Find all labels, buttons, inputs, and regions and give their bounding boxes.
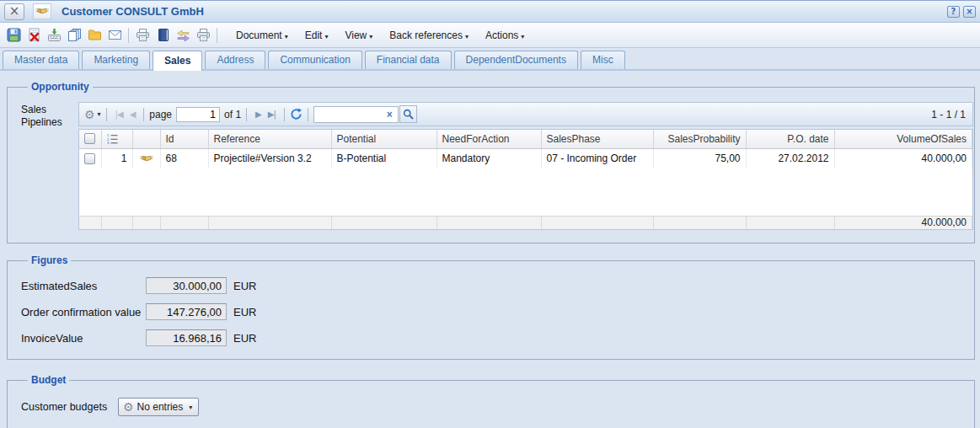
page-number-input[interactable] bbox=[176, 107, 220, 122]
save-icon[interactable] bbox=[3, 25, 24, 45]
menu-document[interactable]: Document▾ bbox=[229, 27, 295, 44]
footer-total-volumeofsales: 40.000,00 bbox=[834, 216, 972, 229]
select-all-cell bbox=[79, 130, 101, 148]
cell-needforaction[interactable]: Mandatory bbox=[436, 148, 541, 169]
window-close-icon[interactable]: × bbox=[4, 3, 24, 20]
column-header-po-date[interactable]: P.O. date bbox=[746, 130, 834, 148]
tab-master-data[interactable]: Master data bbox=[3, 51, 79, 69]
menu-back-references[interactable]: Back references▾ bbox=[383, 27, 475, 44]
main-toolbar: Document▾ Edit▾ View▾ Back references▾ A… bbox=[0, 23, 980, 48]
icon-column-header bbox=[132, 130, 160, 148]
toolbar-separator bbox=[284, 108, 285, 121]
currency-label: EUR bbox=[233, 332, 256, 345]
invoicevalue-field[interactable] bbox=[146, 329, 227, 346]
print-preview-icon[interactable] bbox=[193, 25, 213, 45]
gear-icon: ⚙ bbox=[123, 401, 134, 413]
toolbar-separator bbox=[217, 28, 217, 43]
tab-communication[interactable]: Communication bbox=[268, 51, 361, 69]
sales-pipelines-label: Sales Pipelines bbox=[21, 102, 78, 230]
toolbar-separator bbox=[128, 28, 129, 43]
clear-search-icon[interactable]: × bbox=[383, 109, 396, 120]
first-page-button[interactable]: |◀ bbox=[112, 110, 126, 119]
journal-icon[interactable] bbox=[153, 25, 173, 45]
cell-id[interactable]: 68 bbox=[160, 148, 208, 169]
help-icon[interactable]: ? bbox=[947, 6, 960, 18]
search-icon[interactable] bbox=[399, 105, 417, 123]
print-icon[interactable] bbox=[132, 25, 153, 45]
row-number-header[interactable]: 1 2 3 bbox=[101, 130, 132, 148]
copy-icon[interactable] bbox=[64, 25, 84, 45]
tab-address[interactable]: Address bbox=[205, 51, 265, 69]
currency-label: EUR bbox=[233, 306, 256, 318]
tab-financial-data[interactable]: Financial data bbox=[365, 51, 452, 69]
table-row[interactable]: 1 68 Projectile#Version 3.2 bbox=[79, 148, 972, 169]
refresh-icon[interactable] bbox=[290, 108, 303, 120]
column-header-salesphase[interactable]: SalesPhase bbox=[541, 130, 653, 148]
cell-volumeofsales[interactable]: 40.000,00 bbox=[834, 148, 972, 169]
handshake-icon bbox=[33, 3, 51, 19]
chevron-down-icon: ▾ bbox=[465, 33, 469, 40]
prev-page-button[interactable]: ◀ bbox=[126, 110, 139, 119]
page-label: page bbox=[149, 109, 172, 120]
column-header-reference[interactable]: Reference bbox=[208, 130, 331, 148]
row-number-cell: 1 bbox=[101, 148, 132, 169]
title-bar: × Customer CONSULT GmbH ? × bbox=[0, 1, 980, 23]
tab-bar: Master data Marketing Sales Address Comm… bbox=[0, 48, 980, 71]
handshake-icon bbox=[140, 153, 153, 164]
import-icon[interactable] bbox=[44, 25, 64, 45]
tab-sales[interactable]: Sales bbox=[153, 51, 202, 71]
order-confirmation-value-field[interactable] bbox=[146, 303, 227, 320]
chevron-down-icon: ▾ bbox=[189, 404, 192, 411]
chevron-down-icon[interactable]: ▾ bbox=[98, 110, 101, 118]
toolbar-separator bbox=[246, 108, 247, 121]
figures-section: Figures EstimatedSales EUR Order confirm… bbox=[7, 254, 975, 360]
cell-po-date[interactable]: 27.02.2012 bbox=[746, 148, 834, 169]
app-window: × Customer CONSULT GmbH ? × bbox=[0, 0, 980, 428]
column-header-potential[interactable]: Potential bbox=[331, 130, 436, 148]
select-all-checkbox[interactable] bbox=[84, 133, 95, 144]
row-type-cell[interactable] bbox=[132, 148, 160, 169]
column-header-volumeofsales[interactable]: VolumeOfSales bbox=[834, 130, 972, 148]
next-page-button[interactable]: ▶ bbox=[252, 110, 265, 119]
search-input[interactable] bbox=[318, 108, 383, 121]
grid-table: 1 2 3 Id Reference Potential NeedForActi… bbox=[78, 129, 973, 230]
menu-edit[interactable]: Edit▾ bbox=[298, 27, 335, 44]
menu-actions[interactable]: Actions▾ bbox=[479, 27, 531, 44]
cell-potential[interactable]: B-Potential bbox=[331, 148, 436, 169]
column-header-id[interactable]: Id bbox=[160, 130, 208, 148]
grid-empty-area bbox=[79, 169, 972, 216]
toolbar-separator bbox=[106, 108, 107, 121]
gear-icon[interactable]: ⚙ bbox=[84, 109, 95, 120]
estimatedsales-field[interactable] bbox=[146, 277, 227, 294]
delete-icon[interactable] bbox=[24, 25, 44, 45]
column-header-salesprobability[interactable]: SalesProbability bbox=[653, 130, 746, 148]
row-checkbox[interactable] bbox=[84, 153, 95, 164]
chevron-down-icon: ▾ bbox=[285, 33, 288, 40]
cell-salesphase[interactable]: 07 - Incoming Order bbox=[541, 148, 653, 169]
menu-view[interactable]: View▾ bbox=[338, 27, 379, 44]
estimatedsales-label: EstimatedSales bbox=[21, 280, 146, 292]
budget-legend: Budget bbox=[28, 374, 69, 386]
order-confirmation-value-label: Order confirmation value bbox=[21, 306, 146, 318]
transfer-icon[interactable] bbox=[173, 25, 193, 45]
tab-dependentdocuments[interactable]: DependentDocuments bbox=[454, 51, 578, 69]
chevron-down-icon: ▾ bbox=[324, 33, 328, 40]
grid-toolbar: ⚙ ▾ |◀ ◀ page of 1 ▶ ▶| bbox=[78, 102, 973, 126]
cell-salesprobability[interactable]: 75,00 bbox=[653, 148, 746, 169]
close-icon[interactable]: × bbox=[963, 6, 976, 18]
row-select-cell bbox=[79, 148, 101, 169]
svg-text:3: 3 bbox=[107, 141, 110, 144]
page-of-label: of 1 bbox=[224, 109, 241, 120]
customer-budgets-button[interactable]: ⚙ No entries ▾ bbox=[118, 398, 199, 416]
grid-header-row: 1 2 3 Id Reference Potential NeedForActi… bbox=[79, 130, 972, 148]
tab-marketing[interactable]: Marketing bbox=[82, 51, 150, 69]
currency-label: EUR bbox=[233, 280, 256, 292]
mail-icon[interactable] bbox=[104, 25, 125, 45]
tab-misc[interactable]: Misc bbox=[581, 51, 625, 69]
column-header-needforaction[interactable]: NeedForAction bbox=[436, 130, 541, 148]
opportunity-section: Opportunity Sales Pipelines ⚙ ▾ |◀ ◀ pag… bbox=[7, 81, 975, 243]
open-folder-icon[interactable] bbox=[84, 25, 104, 45]
cell-reference[interactable]: Projectile#Version 3.2 bbox=[208, 148, 331, 169]
last-page-button[interactable]: ▶| bbox=[265, 110, 279, 119]
invoicevalue-label: InvoiceValue bbox=[21, 332, 146, 345]
